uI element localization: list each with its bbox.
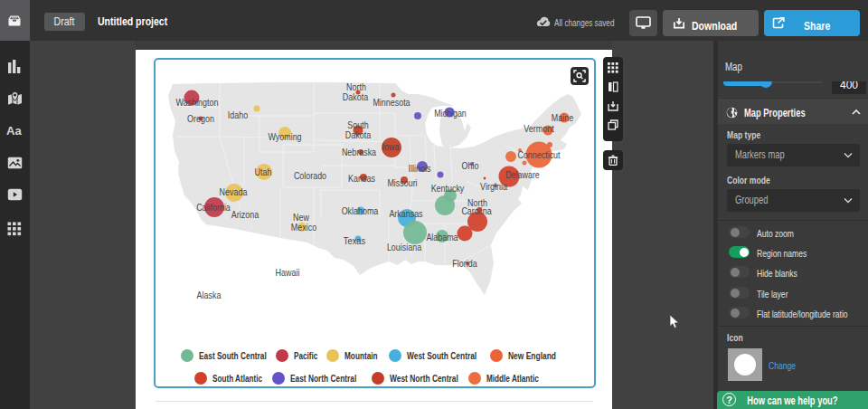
svg-text:Vermont: Vermont: [524, 123, 554, 134]
svg-text:California: California: [196, 202, 231, 213]
svg-text:South Atlantic: South Atlantic: [212, 373, 262, 384]
svg-text:Kansas: Kansas: [348, 173, 375, 184]
svg-text:West North Central: West North Central: [390, 373, 458, 384]
svg-text:Dakota: Dakota: [345, 129, 371, 140]
svg-text:Colorado: Colorado: [294, 170, 326, 181]
svg-text:Kentucky: Kentucky: [431, 183, 465, 194]
svg-text:Alabama: Alabama: [426, 232, 458, 243]
svg-text:Michigan: Michigan: [434, 108, 467, 119]
svg-text:Florida: Florida: [452, 258, 476, 269]
svg-text:New England: New England: [508, 350, 556, 361]
svg-text:Nevada: Nevada: [220, 186, 248, 197]
svg-text:Connecticut: Connecticut: [517, 149, 560, 160]
svg-text:Washington: Washington: [175, 97, 218, 108]
svg-text:Delaware: Delaware: [505, 169, 540, 180]
svg-text:Alaska: Alaska: [197, 290, 222, 300]
svg-text:Nebraska: Nebraska: [342, 147, 376, 157]
svg-text:Dakota: Dakota: [343, 91, 368, 102]
svg-text:Missouri: Missouri: [387, 177, 417, 188]
svg-text:East South Central: East South Central: [199, 350, 267, 361]
svg-text:Hawaii: Hawaii: [276, 267, 300, 278]
svg-text:Oklahoma: Oklahoma: [342, 205, 379, 216]
svg-text:Louisiana: Louisiana: [387, 242, 421, 252]
svg-text:Minnesota: Minnesota: [373, 97, 410, 108]
svg-text:Arizona: Arizona: [231, 209, 259, 220]
svg-text:Carolina: Carolina: [461, 205, 491, 216]
svg-text:Utah: Utah: [255, 166, 272, 177]
svg-text:Idaho: Idaho: [228, 109, 248, 120]
svg-text:Ohio: Ohio: [462, 160, 479, 171]
svg-text:Mexico: Mexico: [291, 222, 316, 233]
svg-text:Illinois: Illinois: [409, 163, 431, 174]
svg-text:Mountain: Mountain: [344, 350, 378, 361]
svg-text:Maine: Maine: [552, 112, 573, 123]
svg-text:East North Central: East North Central: [290, 373, 356, 384]
svg-text:Pacific: Pacific: [294, 350, 317, 361]
svg-text:Arkansas: Arkansas: [389, 208, 422, 219]
svg-text:Virginia: Virginia: [480, 181, 507, 192]
svg-text:Wyoming: Wyoming: [268, 131, 301, 142]
svg-text:Oregon: Oregon: [187, 113, 214, 124]
svg-text:West South Central: West South Central: [407, 350, 476, 361]
svg-text:Iowa: Iowa: [382, 141, 400, 152]
svg-text:Texas: Texas: [344, 235, 365, 246]
svg-text:Middle Atlantic: Middle Atlantic: [486, 373, 539, 384]
